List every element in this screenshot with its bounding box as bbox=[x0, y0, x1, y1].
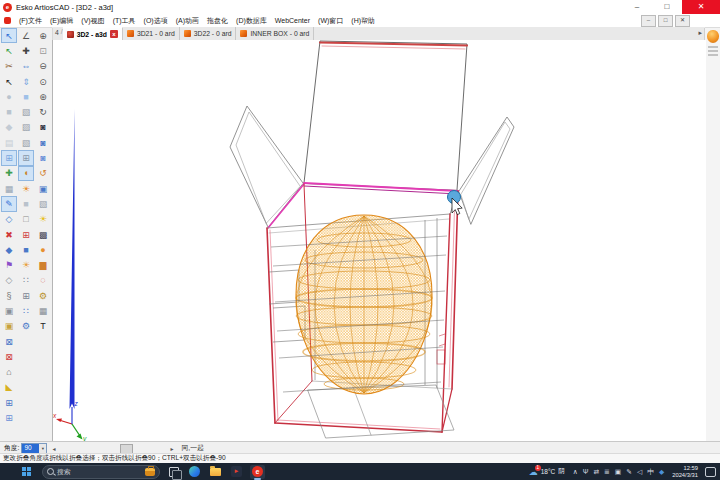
stamp-gold-tool[interactable]: ▣ bbox=[1, 319, 17, 334]
tab-innerbox[interactable]: INNER BOX - 0 ard bbox=[236, 27, 314, 40]
photo-render-tool[interactable]: ☀ bbox=[18, 257, 34, 272]
cube-view-2[interactable]: ▨ bbox=[18, 120, 34, 135]
dimension-tool[interactable]: ∠ bbox=[18, 28, 34, 43]
angle-slider-right-arrow[interactable]: ▸ bbox=[171, 445, 174, 452]
flag-tool[interactable]: ⚑ bbox=[1, 257, 17, 272]
undo-view-tool[interactable]: ↺ bbox=[35, 166, 51, 181]
wire-diamond-tool[interactable]: ◇ bbox=[1, 212, 17, 227]
media-player-icon[interactable]: ► bbox=[229, 465, 244, 479]
tab-3d2[interactable]: 3D2 - a3dx bbox=[63, 27, 123, 40]
cube-front-view[interactable]: ■ bbox=[18, 89, 34, 104]
chevron-up-icon[interactable]: ∧ bbox=[573, 468, 578, 476]
cube-wire-view[interactable]: ⊞ bbox=[18, 150, 34, 165]
xray-view-tool[interactable]: ▩ bbox=[35, 227, 51, 242]
pick-edge-tool[interactable]: ↖ bbox=[1, 74, 17, 89]
file-explorer-icon[interactable] bbox=[208, 465, 223, 479]
outline-cube-tool[interactable]: □ bbox=[18, 212, 34, 227]
seat-render-tool[interactable]: ▆ bbox=[35, 257, 51, 272]
delete-wire-tool[interactable]: ✖ bbox=[1, 227, 17, 242]
close-button[interactable]: ✕ bbox=[682, 0, 720, 14]
ball-render-tool[interactable]: ● bbox=[35, 242, 51, 257]
weather-widget[interactable]: ☁ 1 18°C 阴 bbox=[529, 467, 565, 477]
menu-database[interactable]: (D)数据库 bbox=[232, 17, 271, 24]
ghost-cube-tool[interactable]: ■ bbox=[1, 104, 17, 119]
ghost-panels-tool[interactable]: ▤ bbox=[1, 135, 17, 150]
render-preview-icon[interactable] bbox=[707, 30, 719, 43]
cube-view-3[interactable]: ▧ bbox=[18, 135, 34, 150]
blue-cube-tool[interactable]: ■ bbox=[18, 242, 34, 257]
stamp-delete-tool[interactable]: ⊠ bbox=[1, 349, 17, 364]
camera-tray-icon[interactable]: ▣ bbox=[615, 468, 621, 476]
menu-palletization[interactable]: 拖盘化 bbox=[203, 17, 232, 24]
ime-icon[interactable]: 中 bbox=[647, 467, 654, 477]
export-grid-tool[interactable]: ▦ bbox=[35, 303, 51, 318]
dock-button-2[interactable] bbox=[708, 50, 718, 52]
briefcase-icon[interactable] bbox=[145, 468, 155, 476]
attach-tool[interactable]: § bbox=[1, 288, 17, 303]
zoom-fit-tool[interactable]: ⊛ bbox=[35, 89, 51, 104]
mdi-restore-button[interactable]: □ bbox=[658, 15, 673, 27]
ghost-solid-tool[interactable]: ◆ bbox=[1, 120, 17, 135]
zoom-scale-tool[interactable]: ⊙ bbox=[35, 74, 51, 89]
taskbar-search-input[interactable]: 搜索 bbox=[42, 465, 160, 479]
edge-browser-icon[interactable] bbox=[187, 465, 202, 479]
minimize-button[interactable]: – bbox=[622, 0, 652, 14]
orbit-tool[interactable]: ↻ bbox=[35, 104, 51, 119]
section-tool[interactable]: ◌ bbox=[35, 273, 51, 288]
microphone-icon[interactable]: Ψ bbox=[583, 468, 589, 475]
solid-cube-tool[interactable]: ■ bbox=[18, 196, 34, 211]
tab-3d22[interactable]: 3D22 - 0 ard bbox=[180, 27, 237, 40]
zoom-in-tool[interactable]: ⊕ bbox=[35, 28, 51, 43]
menu-tools[interactable]: (T)工具 bbox=[109, 17, 140, 24]
frame-tool[interactable]: ▣ bbox=[35, 181, 51, 196]
select-designs-tool[interactable]: ↖ bbox=[1, 43, 17, 58]
zoom-window-tool[interactable]: ⊡ bbox=[35, 43, 51, 58]
camera-angle-tool[interactable]: ◙ bbox=[35, 150, 51, 165]
tear-tool[interactable]: ◣ bbox=[1, 380, 17, 395]
mdi-minimize-button[interactable]: – bbox=[641, 15, 656, 27]
red-wire-cube-tool[interactable]: ⊞ bbox=[18, 227, 34, 242]
render-view-tool[interactable]: ☀ bbox=[18, 181, 34, 196]
artioscad-taskbar-icon[interactable]: e bbox=[250, 465, 265, 479]
stamp-remove-tool[interactable]: ⊠ bbox=[1, 334, 17, 349]
camera-iso-tool[interactable]: ◙ bbox=[35, 135, 51, 150]
ghost-shape-tool[interactable]: ● bbox=[1, 89, 17, 104]
pen-tray-icon[interactable]: ✎ bbox=[626, 468, 632, 476]
wireframe-cube-tool[interactable]: ⊞ bbox=[1, 395, 17, 410]
fold-angle-combobox[interactable]: 90 ▾ bbox=[21, 443, 47, 454]
move-xyz-tool[interactable]: ⇕ bbox=[18, 74, 34, 89]
cubes-select-tool[interactable]: ∷ bbox=[18, 273, 34, 288]
angle-slider-left-arrow[interactable]: ◂ bbox=[52, 445, 55, 452]
point-move-tool[interactable]: ✚ bbox=[18, 43, 34, 58]
kite-tool[interactable]: ◇ bbox=[1, 273, 17, 288]
panes-tool[interactable]: ▦ bbox=[1, 181, 17, 196]
angle-slider-track[interactable] bbox=[58, 444, 166, 452]
start-button[interactable] bbox=[22, 467, 31, 476]
cubes-pair-tool[interactable]: ∷ bbox=[18, 303, 34, 318]
shadow-cube-tool[interactable]: ▧ bbox=[35, 196, 51, 211]
add-text-tool[interactable]: T bbox=[35, 319, 51, 334]
maximize-button[interactable]: □ bbox=[652, 0, 682, 14]
camera-front-tool[interactable]: ◙ bbox=[35, 120, 51, 135]
viewport-3d[interactable]: x z y bbox=[52, 40, 706, 441]
zoom-out-tool[interactable]: ⊖ bbox=[35, 59, 51, 74]
select-3d-tool[interactable]: ↖ bbox=[1, 28, 17, 43]
menu-file[interactable]: (F)文件 bbox=[15, 17, 46, 24]
fold-wand-tool[interactable]: ✎ bbox=[1, 196, 17, 211]
cube-pair-tool[interactable]: ⊞ bbox=[1, 150, 17, 165]
wireframe-cube2-tool[interactable]: ⊞ bbox=[1, 410, 17, 425]
notification-icon[interactable] bbox=[705, 467, 716, 477]
menu-view[interactable]: (V)视图 bbox=[77, 17, 108, 24]
fold-angle-tool[interactable]: ◖ bbox=[18, 166, 34, 181]
speaker-icon[interactable]: ◁ bbox=[637, 468, 642, 476]
cubes-group-tool[interactable]: ⊞ bbox=[18, 288, 34, 303]
menu-help[interactable]: (H)帮助 bbox=[347, 17, 379, 24]
taskbar-clock[interactable]: 12:59 2024/3/31 bbox=[672, 465, 698, 479]
menu-window[interactable]: (W)窗口 bbox=[314, 17, 347, 24]
cube-view-1[interactable]: ▧ bbox=[18, 104, 34, 119]
tab-3d21[interactable]: 3D21 - 0 ard bbox=[123, 27, 180, 40]
media-bars-icon[interactable]: ≣ bbox=[604, 468, 610, 476]
tray-tool[interactable]: ✚ bbox=[1, 166, 17, 181]
knife-tool[interactable]: ✂ bbox=[1, 59, 17, 74]
machine-gear-tool[interactable]: ⚙ bbox=[35, 288, 51, 303]
